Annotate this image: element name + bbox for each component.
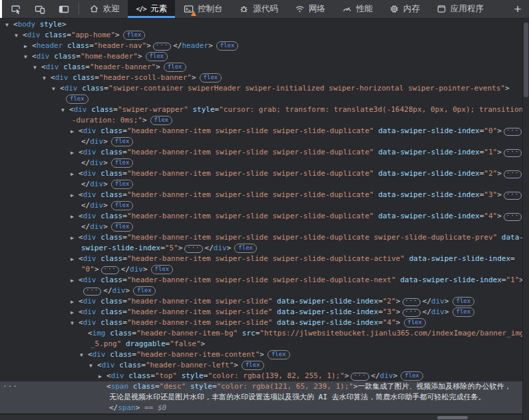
dom-tree-row[interactable]: </div>flex: [0, 158, 522, 168]
more-content-icon[interactable]: ···: [351, 373, 369, 381]
dom-tree-row[interactable]: ▶<div class="header-banner-item swiper-s…: [0, 275, 522, 286]
expand-arrow-icon[interactable]: ▼: [61, 105, 69, 116]
expand-arrow-icon[interactable]: ▼: [43, 73, 51, 84]
dom-tree-row[interactable]: ▼<div class="header-banner">flex: [0, 62, 522, 73]
dom-tree-row[interactable]: </div>flex: [0, 179, 522, 190]
more-content-icon[interactable]: ···: [504, 170, 522, 178]
expand-arrow-icon[interactable]: ▼: [24, 52, 32, 63]
flex-badge[interactable]: flex: [216, 41, 239, 51]
expand-arrow-icon[interactable]: ▶: [71, 276, 79, 286]
flex-badge[interactable]: flex: [111, 137, 134, 146]
dom-tree-row[interactable]: </div>flex: [0, 222, 522, 232]
inspect-element-icon[interactable]: [9, 3, 23, 16]
dom-tree-row[interactable]: flex: [0, 94, 522, 105]
dom-tree-row[interactable]: ▶<div class="header-banner-item swiper-s…: [0, 307, 522, 317]
dom-tree-row[interactable]: ▶<div class="header-banner-item swiper-s…: [0, 211, 522, 222]
more-content-icon[interactable]: ···: [184, 245, 202, 253]
dom-tree-row[interactable]: ▶<header class="header-nav">···</header>…: [0, 41, 522, 51]
expand-arrow-icon[interactable]: ▼: [52, 84, 60, 95]
flex-badge[interactable]: flex: [164, 63, 186, 72]
more-tabs-button[interactable]: +: [506, 0, 529, 18]
tab-welcome[interactable]: 欢迎: [81, 0, 128, 18]
flex-badge[interactable]: flex: [267, 350, 290, 359]
dom-tree-row[interactable]: ▶<div class="header-banner-item swiper-s…: [0, 232, 522, 243]
flex-badge[interactable]: flex: [242, 361, 264, 370]
horizontal-scrollbar-thumb[interactable]: [437, 416, 468, 419]
expand-arrow-icon[interactable]: ▼: [15, 31, 23, 41]
more-content-icon[interactable]: ···: [403, 309, 421, 317]
expand-arrow-icon[interactable]: ▶: [98, 371, 106, 382]
more-content-icon[interactable]: ···: [504, 128, 522, 136]
more-content-icon[interactable]: ···: [153, 43, 171, 51]
expand-arrow-icon[interactable]: ▶: [71, 169, 79, 180]
flex-badge[interactable]: flex: [133, 286, 156, 296]
row-actions-icon[interactable]: ···: [3, 381, 18, 392]
flex-badge[interactable]: flex: [452, 308, 475, 317]
expand-arrow-icon[interactable]: ▶: [71, 233, 79, 244]
dom-tree-row[interactable]: </span> == $0: [0, 403, 522, 413]
dom-tree-row[interactable]: ▶<div class="header-banner-item swiper-s…: [0, 168, 522, 179]
expand-arrow-icon[interactable]: ▼: [71, 318, 79, 329]
expand-arrow-icon[interactable]: ▼: [80, 350, 88, 361]
flex-badge[interactable]: flex: [146, 52, 168, 61]
expand-arrow-icon[interactable]: ▶: [71, 126, 79, 137]
dom-tree-row[interactable]: "0">···</div>flex: [0, 264, 522, 275]
flex-badge[interactable]: flex: [401, 371, 423, 381]
flex-badge[interactable]: flex: [200, 73, 222, 83]
dom-tree-row[interactable]: _5.png" draggable="false">: [0, 339, 522, 349]
expand-arrow-icon[interactable]: ▶: [71, 308, 79, 318]
flex-badge[interactable]: flex: [111, 222, 134, 232]
expand-arrow-icon[interactable]: ▶: [71, 190, 79, 201]
flex-badge[interactable]: flex: [151, 265, 174, 274]
dom-tree-row[interactable]: ▼<div class="header-banner-left">flex: [0, 360, 522, 371]
more-content-icon[interactable]: ···: [504, 192, 522, 200]
dom-tree-row[interactable]: ▶<div class="header-banner-item swiper-s…: [0, 147, 522, 158]
dom-tree-row[interactable]: ···<span class="desc" style="color: rgba…: [0, 381, 522, 392]
tab-network[interactable]: 网络: [286, 0, 333, 18]
more-content-icon[interactable]: ···: [504, 213, 522, 221]
dom-tree-row[interactable]: ▶<div class="top" style="color: rgba(139…: [0, 371, 522, 381]
tab-sources[interactable]: 源代码: [231, 0, 287, 18]
device-emulation-icon[interactable]: [33, 3, 47, 16]
flex-badge[interactable]: flex: [111, 201, 134, 210]
tab-memory[interactable]: 内存: [381, 0, 428, 18]
expand-arrow-icon[interactable]: ▶: [71, 297, 79, 308]
dom-tree-row[interactable]: ···</div>flex: [0, 286, 522, 296]
dom-tree-row[interactable]: ▼<div class="home-header">flex: [0, 51, 522, 62]
tab-application[interactable]: 应用程序: [428, 0, 492, 18]
vertical-scrollbar[interactable]: [522, 19, 529, 420]
flex-badge[interactable]: flex: [234, 244, 257, 253]
dom-tree-row[interactable]: </div>flex: [0, 136, 522, 147]
dom-tree-row[interactable]: </div>flex: [0, 200, 522, 211]
dom-tree-row[interactable]: ▶<div class="header-banner-item swiper-s…: [0, 296, 522, 307]
more-content-icon[interactable]: ···: [504, 149, 522, 157]
flex-badge[interactable]: flex: [111, 158, 134, 168]
expand-arrow-icon[interactable]: ▶: [71, 148, 79, 158]
dom-tree-row[interactable]: ▶<div class="header-banner-item swiper-s…: [0, 126, 522, 136]
flex-badge[interactable]: flex: [111, 180, 134, 189]
flex-badge[interactable]: flex: [452, 297, 475, 306]
vertical-scrollbar-thumb[interactable]: [524, 23, 528, 97]
flex-badge[interactable]: flex: [123, 31, 146, 40]
more-content-icon[interactable]: ···: [101, 266, 119, 274]
dom-tree-row[interactable]: ▼<div class="app-home">flex: [0, 30, 522, 41]
flex-badge[interactable]: flex: [150, 116, 173, 125]
dom-tree-row[interactable]: -duration: 0ms;">flex: [0, 115, 522, 126]
tab-performance[interactable]: 性能: [333, 0, 381, 18]
dom-tree-row[interactable]: ▼<div class="header-banner-item swiper-s…: [0, 317, 522, 328]
tab-elements[interactable]: </> 元素: [128, 0, 175, 18]
more-content-icon[interactable]: ···: [83, 288, 101, 296]
tab-console[interactable]: 控制台: [175, 0, 231, 18]
expand-arrow-icon[interactable]: ▶: [24, 41, 32, 52]
horizontal-scrollbar[interactable]: [0, 414, 522, 420]
dom-tree-row[interactable]: ▼<div class="header-scoll-banner">flex: [0, 73, 522, 83]
flex-badge[interactable]: flex: [66, 95, 88, 104]
dom-tree-row[interactable]: <img class="header-banner-item-bg" src="…: [0, 328, 522, 339]
dom-tree-row[interactable]: ▼<body style>: [0, 19, 522, 30]
dom-tree-row[interactable]: ▼<div class="header-banner-item-content"…: [0, 349, 522, 360]
expand-arrow-icon[interactable]: ▼: [5, 20, 13, 31]
dom-tree-row[interactable]: ▶<div class="header-banner-item swiper-s…: [0, 190, 522, 200]
dom-tree-row[interactable]: ▶<div class="header-banner-item swiper-s…: [0, 254, 522, 264]
expand-arrow-icon[interactable]: ▶: [71, 254, 79, 265]
dom-tree-row[interactable]: ▼<div class="swiper-container swiperHead…: [0, 83, 522, 94]
